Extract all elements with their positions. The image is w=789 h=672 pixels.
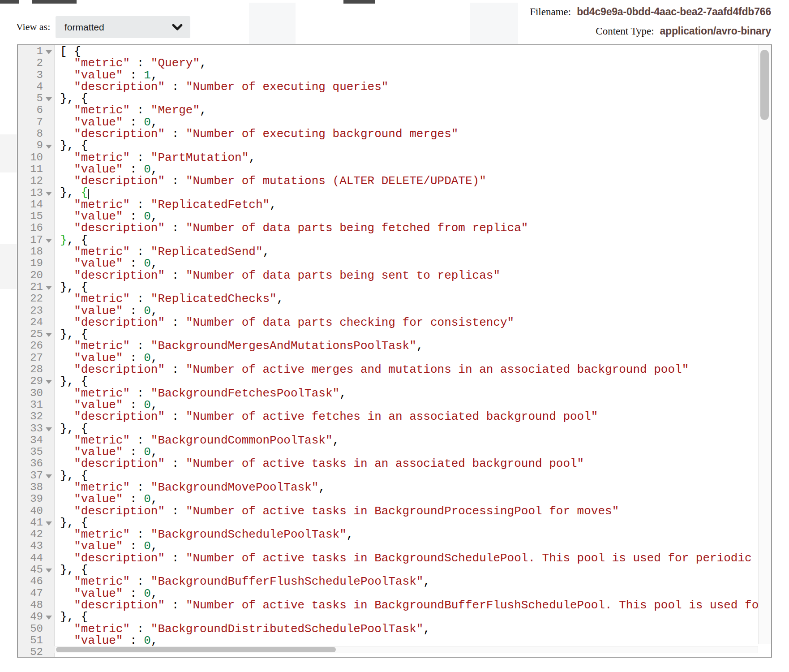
code-line[interactable]: 29}, { <box>18 375 758 387</box>
code-line[interactable]: 41}, { <box>18 517 758 529</box>
code-line[interactable]: 21}, { <box>18 281 758 293</box>
code-token <box>60 164 74 175</box>
code-token <box>60 458 74 470</box>
gutter-cell: 16 <box>18 222 55 234</box>
code-line[interactable]: 48 "description" : "Number of active tas… <box>18 599 758 611</box>
code-line[interactable]: 25}, { <box>18 328 758 340</box>
code-line[interactable]: 24 "description" : "Number of data parts… <box>18 317 758 328</box>
fold-arrow-icon[interactable] <box>46 380 52 384</box>
code-token: , <box>151 588 158 599</box>
fold-arrow-icon[interactable] <box>46 145 52 149</box>
code-line[interactable]: 5}, { <box>18 93 758 104</box>
code-line[interactable]: 36 "description" : "Number of active tas… <box>18 458 758 470</box>
fold-arrow-icon[interactable] <box>46 569 52 573</box>
line-number: 39 <box>18 493 43 505</box>
line-number: 47 <box>18 588 43 599</box>
code-line[interactable]: 13}, { <box>18 187 758 199</box>
code-line[interactable]: 26 "metric" : "BackgroundMergesAndMutati… <box>18 340 758 352</box>
chevron-down-icon <box>172 23 183 31</box>
gutter-cell: 27 <box>18 352 55 364</box>
fold-arrow-icon[interactable] <box>46 427 52 431</box>
code-token: : <box>165 364 186 375</box>
line-number: 28 <box>18 364 43 375</box>
code-line[interactable]: 44 "description" : "Number of active tas… <box>18 552 758 564</box>
code-token: : <box>123 258 144 269</box>
code-token: "metric" <box>74 199 130 211</box>
code-line[interactable]: 11 "value" : 0, <box>18 164 758 175</box>
code-line[interactable]: 32 "description" : "Number of active fet… <box>18 411 758 422</box>
horizontal-scrollbar[interactable] <box>54 646 758 653</box>
fold-arrow-icon[interactable] <box>46 286 52 290</box>
code-line[interactable]: 30 "metric" : "BackgroundFetchesPoolTask… <box>18 388 758 399</box>
code-line[interactable]: 42 "metric" : "BackgroundSchedulePoolTas… <box>18 529 758 540</box>
code-line[interactable]: 12 "description" : "Number of mutations … <box>18 175 758 187</box>
fold-arrow-icon[interactable] <box>46 97 52 101</box>
fold-arrow-icon[interactable] <box>46 474 52 478</box>
fold-arrow-icon[interactable] <box>46 521 52 526</box>
code-line[interactable]: 15 "value" : 0, <box>18 211 758 222</box>
gutter-cell: 38 <box>18 482 55 493</box>
code-line[interactable]: 47 "value" : 0, <box>18 588 758 599</box>
code-line[interactable]: 4 "description" : "Number of executing q… <box>18 81 758 93</box>
line-number: 2 <box>18 57 43 69</box>
code-line[interactable]: 2 "metric" : "Query", <box>18 57 758 69</box>
code-line[interactable]: 33}, { <box>18 423 758 435</box>
fold-arrow-icon[interactable] <box>46 333 52 337</box>
code-line[interactable]: 38 "metric" : "BackgroundMovePoolTask", <box>18 482 758 493</box>
code-text: "value" : 0, <box>55 164 758 175</box>
code-line[interactable]: 49}, { <box>18 611 758 623</box>
vertical-scrollbar-thumb[interactable] <box>760 50 769 120</box>
code-line[interactable]: 51 "value" : 0, <box>18 635 758 646</box>
line-number: 30 <box>18 388 43 399</box>
fold-arrow-icon[interactable] <box>46 50 52 54</box>
code-token: : <box>123 493 144 505</box>
vertical-scrollbar[interactable] <box>758 45 771 644</box>
code-line[interactable]: 50 "metric" : "BackgroundDistributedSche… <box>18 623 758 635</box>
code-line[interactable]: 8 "description" : "Number of executing b… <box>18 128 758 140</box>
horizontal-scrollbar-thumb[interactable] <box>56 647 336 652</box>
gutter-cell: 1 <box>18 46 55 57</box>
code-line[interactable]: 9}, { <box>18 140 758 151</box>
code-line[interactable]: 18 "metric" : "ReplicatedSend", <box>18 246 758 258</box>
code-line[interactable]: 14 "metric" : "ReplicatedFetch", <box>18 199 758 211</box>
code-text: "description" : "Number of executing que… <box>55 81 758 93</box>
code-line[interactable]: 19 "value" : 0, <box>18 258 758 269</box>
code-line[interactable]: 6 "metric" : "Merge", <box>18 104 758 116</box>
fold-arrow-icon[interactable] <box>46 239 52 243</box>
code-text: "value" : 0, <box>55 635 758 646</box>
line-number: 4 <box>18 81 43 93</box>
code-line[interactable]: 46 "metric" : "BackgroundBufferFlushSche… <box>18 576 758 587</box>
code-line[interactable]: 3 "value" : 1, <box>18 69 758 81</box>
code-line[interactable]: 22 "metric" : "ReplicatedChecks", <box>18 293 758 305</box>
code-line[interactable]: 10 "metric" : "PartMutation", <box>18 152 758 164</box>
code-line[interactable]: 39 "value" : 0, <box>18 493 758 505</box>
code-text: "description" : "Number of data parts be… <box>55 222 758 234</box>
gutter-cell: 28 <box>18 364 55 375</box>
code-line[interactable]: 31 "value" : 0, <box>18 399 758 411</box>
gutter-cell: 4 <box>18 81 55 93</box>
line-number: 17 <box>18 234 43 246</box>
code-token: "metric" <box>74 623 130 635</box>
code-line[interactable]: 45}, { <box>18 564 758 576</box>
code-line[interactable]: 27 "value" : 0, <box>18 352 758 364</box>
line-number: 51 <box>18 635 43 646</box>
code-line[interactable]: 35 "value" : 0, <box>18 446 758 458</box>
code-line[interactable]: 7 "value" : 0, <box>18 116 758 128</box>
code-line[interactable]: 17}, { <box>18 234 758 246</box>
code-line[interactable]: 28 "description" : "Number of active mer… <box>18 364 758 375</box>
code-line[interactable]: 43 "value" : 0, <box>18 540 758 552</box>
code-line[interactable]: 16 "description" : "Number of data parts… <box>18 222 758 234</box>
fold-arrow-icon[interactable] <box>46 192 52 196</box>
code-line[interactable]: 20 "description" : "Number of data parts… <box>18 270 758 281</box>
code-line[interactable]: 37}, { <box>18 470 758 482</box>
code-line[interactable]: 40 "description" : "Number of active tas… <box>18 505 758 517</box>
code-line[interactable]: 34 "metric" : "BackgroundCommonPoolTask"… <box>18 435 758 446</box>
editor-content[interactable]: 1[ {2 "metric" : "Query",3 "value" : 1,4… <box>18 45 758 657</box>
fold-zone <box>43 143 55 149</box>
fold-arrow-icon[interactable] <box>46 616 52 620</box>
json-editor[interactable]: 1[ {2 "metric" : "Query",3 "value" : 1,4… <box>17 44 772 658</box>
code-line[interactable]: 23 "value" : 0, <box>18 305 758 317</box>
view-as-select[interactable]: formatted <box>56 16 190 38</box>
code-token <box>60 199 74 211</box>
code-line[interactable]: 1[ { <box>18 46 758 57</box>
